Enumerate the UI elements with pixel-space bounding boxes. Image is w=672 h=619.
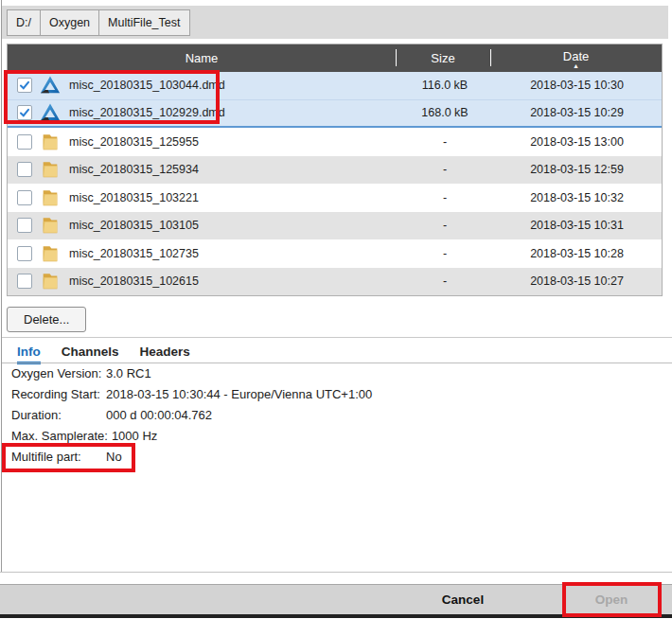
breadcrumb-segment[interactable]: MultiFile_Test [98,9,189,36]
info-field: Recording Start: 2018-03-15 10:30:44 - E… [11,383,372,404]
breadcrumb-segment[interactable]: D:/ [7,9,41,36]
info-field-value: 1000 Hz [112,429,157,443]
file-size: - [398,247,492,260]
row-checkbox[interactable] [17,218,32,233]
table-row[interactable]: misc_20180315_125934 - 2018-03-15 12:59 [8,156,662,185]
checkmark-icon [19,107,30,118]
table-row[interactable]: misc_20180315_102929.dmd 168.0 kB 2018-0… [8,100,662,129]
folder-icon [40,215,61,236]
file-name: misc_20180315_103044.dmd [69,79,398,92]
file-table: Name Size Date ▲ [7,44,663,296]
info-field-value: No [106,450,122,464]
tab-bar: Info Channels Headers [2,342,190,362]
row-checkbox[interactable] [17,78,32,93]
tab[interactable]: Info [17,345,41,359]
info-field-value: 3.0 RC1 [106,366,151,380]
info-field: Max. Samplerate: 1000 Hz [11,425,372,446]
file-name: misc_20180315_103105 [69,219,398,232]
tab[interactable]: Channels [62,345,119,359]
file-size: 116.0 kB [398,79,492,92]
dialog-footer: Cancel Open [0,584,672,614]
folder-icon [40,159,61,180]
file-size: 168.0 kB [398,106,492,119]
file-name: misc_20180315_102929.dmd [69,106,398,119]
info-field-label: Multifile part: [11,450,106,464]
row-checkbox[interactable] [17,162,32,177]
checkmark-icon [19,80,30,91]
column-label: Date [563,50,589,62]
file-open-dialog: D:/ Oxygen MultiFile_Test Name Size Date… [0,0,672,619]
delete-button[interactable]: Delete... [7,307,86,332]
file-size: - [398,163,492,176]
table-header: Name Size Date ▲ [8,44,662,72]
info-field-label: Recording Start: [11,387,106,401]
separator [2,337,672,338]
column-header-date[interactable]: Date ▲ [490,44,662,72]
dmd-file-icon [40,75,61,96]
table-row[interactable]: misc_20180315_103221 - 2018-03-15 10:32 [8,184,662,212]
table-row[interactable]: misc_20180315_103105 - 2018-03-15 10:31 [8,212,662,240]
row-checkbox[interactable] [17,134,32,150]
file-name: misc_20180315_125934 [69,163,398,176]
folder-icon [40,271,61,292]
panel-left-border [1,0,2,572]
open-button[interactable]: Open [564,585,659,614]
sort-ascending-icon: ▲ [573,62,579,70]
table-row[interactable]: misc_20180315_102615 - 2018-03-15 10:27 [8,268,662,296]
info-field-label: Max. Samplerate: [11,429,112,443]
row-checkbox[interactable] [17,246,32,261]
file-date: 2018-03-15 12:59 [492,163,662,176]
file-date: 2018-03-15 10:27 [492,274,662,288]
file-size: - [398,135,492,149]
info-field: Duration: 000 d 00:00:04.762 [11,404,372,425]
row-checkbox[interactable] [17,190,32,205]
file-name: misc_20180315_103221 [69,191,398,204]
row-checkbox[interactable] [17,105,32,120]
table-row[interactable]: misc_20180315_103044.dmd 116.0 kB 2018-0… [8,72,662,100]
breadcrumb: D:/ Oxygen MultiFile_Test [2,6,668,39]
info-field: Multifile part: No [11,446,372,467]
dmd-file-icon [40,102,61,123]
file-date: 2018-03-15 10:28 [492,247,662,260]
file-size: - [398,191,492,204]
column-label: Name [186,51,219,65]
info-panel: Oxygen Version: 3.0 RC1 Recording Start:… [11,363,372,467]
file-date: 2018-03-15 10:32 [492,191,662,204]
row-checkbox[interactable] [17,274,32,289]
info-field-label: Duration: [11,408,106,422]
table-row[interactable]: misc_20180315_125955 - 2018-03-15 13:00 [8,128,662,156]
file-size: - [398,219,492,232]
column-header-name[interactable]: Name [8,44,396,72]
file-size: - [398,274,492,288]
file-name: misc_20180315_102735 [69,247,398,260]
file-name: misc_20180315_102615 [69,274,398,288]
column-header-size[interactable]: Size [396,44,490,72]
panel-bottom-border [0,572,672,573]
bottom-strip [0,614,672,618]
info-field: Oxygen Version: 3.0 RC1 [11,363,372,383]
file-date: 2018-03-15 10:30 [492,79,662,92]
info-field-value: 000 d 00:00:04.762 [106,408,212,422]
folder-icon [40,243,61,264]
file-date: 2018-03-15 13:00 [492,135,662,149]
tab[interactable]: Headers [140,345,190,359]
file-date: 2018-03-15 10:31 [492,219,662,232]
breadcrumb-segment[interactable]: Oxygen [40,9,99,36]
info-field-value: 2018-03-15 10:30:44 - Europe/Vienna UTC+… [106,387,372,401]
file-list: misc_20180315_103044.dmd 116.0 kB 2018-0… [8,72,662,295]
table-row[interactable]: misc_20180315_102735 - 2018-03-15 10:28 [8,239,662,268]
folder-icon [40,132,61,152]
file-name: misc_20180315_125955 [69,135,398,149]
cancel-button[interactable]: Cancel [416,585,510,614]
folder-icon [40,187,61,208]
file-date: 2018-03-15 10:29 [492,106,662,119]
column-label: Size [431,51,454,65]
info-field-label: Oxygen Version: [11,366,106,380]
